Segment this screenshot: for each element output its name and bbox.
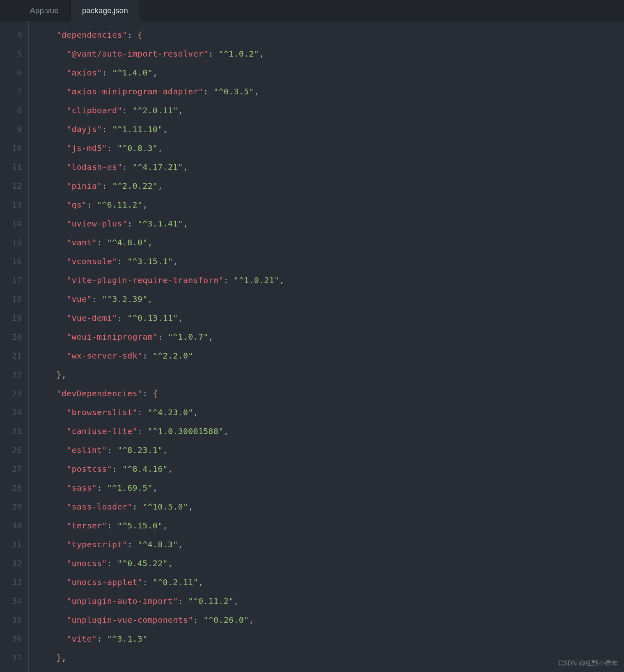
code-line[interactable]: "axios": "^1.4.0", — [36, 63, 624, 82]
tab-bar: App.vue package.json — [0, 0, 624, 21]
code-line[interactable]: "vite": "^3.1.3" — [36, 629, 624, 648]
code-line[interactable]: "sass": "^1.69.5", — [36, 478, 624, 497]
code-line[interactable]: "vite-plugin-require-transform": "^1.0.2… — [36, 271, 624, 290]
line-number: 33 — [0, 573, 22, 592]
code-line[interactable]: "typescript": "^4.8.3", — [36, 535, 624, 554]
line-number: 36 — [0, 629, 22, 648]
line-number: 21 — [0, 346, 22, 365]
code-line[interactable]: }, — [36, 365, 624, 384]
code-line[interactable]: "axios-miniprogram-adapter": "^0.3.5", — [36, 82, 624, 101]
line-number: 32 — [0, 554, 22, 573]
code-content[interactable]: "dependencies": { "@vant/auto-import-res… — [29, 21, 624, 672]
line-number: 37 — [0, 648, 22, 667]
line-number-gutter: 4567891011121314151617181920212223242526… — [0, 21, 29, 672]
line-number: 9 — [0, 120, 22, 139]
code-line[interactable]: "lodash-es": "^4.17.21", — [36, 158, 624, 176]
line-number: 34 — [0, 592, 22, 610]
line-number: 35 — [0, 610, 22, 629]
line-number: 6 — [0, 63, 22, 82]
code-line[interactable]: "wx-server-sdk": "^2.2.0" — [36, 346, 624, 365]
line-number: 5 — [0, 44, 22, 63]
line-number: 27 — [0, 459, 22, 478]
line-number: 7 — [0, 82, 22, 101]
code-line[interactable]: "caniuse-lite": "^1.0.30001588", — [36, 422, 624, 441]
line-number: 11 — [0, 158, 22, 176]
line-number: 19 — [0, 309, 22, 327]
line-number: 17 — [0, 271, 22, 290]
watermark: CSDN @狂野小青年 — [558, 659, 618, 668]
code-line[interactable]: "clipboard": "^2.0.11", — [36, 101, 624, 120]
code-line[interactable]: }, — [36, 648, 624, 667]
code-line[interactable]: "dayjs": "^1.11.10", — [36, 120, 624, 139]
code-line[interactable]: "eslint": "^8.23.1", — [36, 441, 624, 459]
code-line[interactable]: "@vant/auto-import-resolver": "^1.0.2", — [36, 44, 624, 63]
line-number: 10 — [0, 139, 22, 158]
code-line[interactable]: "qs": "^6.11.2", — [36, 195, 624, 214]
code-line[interactable]: "unocss": "^0.45.22", — [36, 554, 624, 573]
code-line[interactable]: "postcss": "^8.4.16", — [36, 459, 624, 478]
code-editor[interactable]: 4567891011121314151617181920212223242526… — [0, 21, 624, 672]
code-line[interactable]: "weui-miniprogram": "^1.0.7", — [36, 327, 624, 346]
line-number: 24 — [0, 403, 22, 422]
code-line[interactable]: "js-md5": "^0.8.3", — [36, 139, 624, 158]
line-number: 18 — [0, 290, 22, 309]
line-number: 14 — [0, 214, 22, 233]
code-line[interactable]: "vue-demi": "^0.13.11", — [36, 309, 624, 327]
line-number: 22 — [0, 365, 22, 384]
line-number: 29 — [0, 497, 22, 516]
line-number: 15 — [0, 233, 22, 252]
line-number: 12 — [0, 176, 22, 195]
line-number: 13 — [0, 195, 22, 214]
code-line[interactable]: "vue": "^3.2.39", — [36, 290, 624, 309]
line-number: 8 — [0, 101, 22, 120]
line-number: 16 — [0, 252, 22, 271]
code-line[interactable]: "devDependencies": { — [36, 384, 624, 403]
line-number: 30 — [0, 516, 22, 535]
line-number: 31 — [0, 535, 22, 554]
code-line[interactable]: "vant": "^4.8.0", — [36, 233, 624, 252]
code-line[interactable]: "sass-loader": "^10.5.0", — [36, 497, 624, 516]
line-number: 26 — [0, 441, 22, 459]
line-number: 25 — [0, 422, 22, 441]
line-number: 28 — [0, 478, 22, 497]
code-line[interactable]: "unplugin-vue-components": "^0.26.0", — [36, 610, 624, 629]
tab-app-vue[interactable]: App.vue — [18, 0, 71, 21]
line-number: 23 — [0, 384, 22, 403]
code-line[interactable]: "unocss-applet": "^0.2.11", — [36, 573, 624, 592]
line-number: 20 — [0, 327, 22, 346]
code-line[interactable]: "pinia": "^2.0.22", — [36, 176, 624, 195]
tab-package-json[interactable]: package.json — [71, 0, 140, 21]
code-line[interactable]: "unplugin-auto-import": "^0.11.2", — [36, 592, 624, 610]
code-line[interactable]: "terser": "^5.15.0", — [36, 516, 624, 535]
code-line[interactable]: "uview-plus": "^3.1.41", — [36, 214, 624, 233]
code-line[interactable]: "browserslist": "^4.23.0", — [36, 403, 624, 422]
code-line[interactable]: "dependencies": { — [36, 25, 624, 44]
line-number: 4 — [0, 25, 22, 44]
code-line[interactable]: "vconsole": "^3.15.1", — [36, 252, 624, 271]
